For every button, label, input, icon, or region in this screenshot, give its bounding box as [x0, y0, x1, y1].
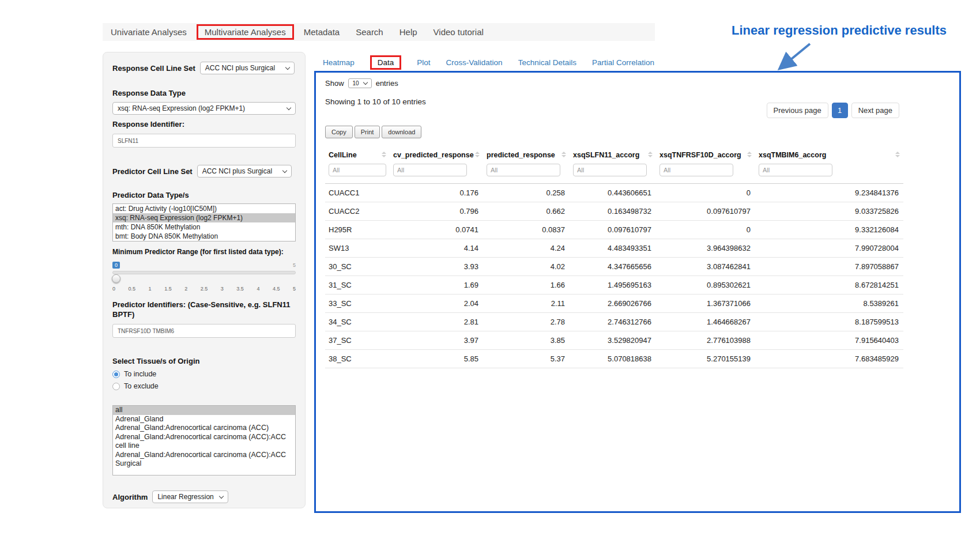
filter-input-xsqtmbim6-accorg[interactable]	[759, 164, 832, 176]
table-header-row: CellLinecv_predicted_responsepredicted_r…	[325, 146, 903, 163]
algorithm-label: Algorithm	[112, 492, 148, 502]
sort-icon[interactable]	[648, 152, 653, 157]
results-panel: Show 10 entries Showing 1 to 10 of 10 en…	[314, 71, 961, 513]
table-row[interactable]: H295R0.07410.08370.09761079709.332126084	[325, 221, 903, 239]
min-predictor-range-slider[interactable]: 0 5 00.511.522.533.544.55	[112, 262, 296, 294]
tab-heatmap[interactable]: Heatmap	[323, 56, 355, 69]
tab-plot[interactable]: Plot	[417, 56, 430, 69]
column-header-xsqtnfrsf10d-accorg[interactable]: xsqTNFRSF10D_accorg	[656, 146, 755, 163]
tab-data[interactable]: Data	[370, 55, 402, 70]
filter-input-predicted-response[interactable]	[487, 164, 560, 176]
sort-asc-icon	[895, 152, 900, 154]
listbox-option-adrenal-gland-adrenocortical-carcinoma-acc-acc-cell-line[interactable]: Adrenal_Gland:Adrenocortical carcinoma (…	[113, 433, 295, 451]
table-row[interactable]: 31_SC1.691.661.4956951630.8953026218.672…	[325, 276, 903, 295]
sort-desc-icon	[648, 155, 653, 157]
cell-xsqslfn11-accorg: 4.483493351	[570, 239, 656, 258]
nav-item-search[interactable]: Search	[348, 24, 391, 40]
cell-cellline: SW13	[325, 239, 390, 258]
cell-cellline: 33_SC	[325, 295, 390, 313]
slider-track[interactable]	[112, 271, 296, 274]
column-header-xsqslfn11-accorg[interactable]: xsqSLFN11_accorg	[570, 146, 656, 163]
cell-cv-predicted-response: 0.796	[390, 202, 483, 221]
slider-tick-label: 5	[293, 286, 296, 292]
sort-icon[interactable]	[475, 152, 480, 157]
sort-icon[interactable]	[895, 152, 900, 157]
nav-item-univariate-analyses[interactable]: Univariate Analyses	[103, 24, 195, 40]
listbox-option-adrenal-gland-adrenocortical-carcinoma-acc-acc-surgical[interactable]: Adrenal_Gland:Adrenocortical carcinoma (…	[113, 451, 295, 469]
filter-input-xsqslfn11-accorg[interactable]	[573, 164, 647, 176]
column-header-predicted-response[interactable]: predicted_response	[483, 146, 570, 163]
previous-page-button[interactable]: Previous page	[767, 103, 828, 118]
sort-desc-icon	[382, 155, 386, 157]
chevron-down-icon	[287, 105, 291, 110]
tissue-exclude-radio[interactable]: To exclude	[112, 382, 296, 390]
tissue-include-radio[interactable]: To include	[112, 370, 296, 378]
nav-item-video-tutorial[interactable]: Video tutorial	[425, 24, 492, 40]
next-page-button[interactable]: Next page	[851, 103, 899, 118]
nav-item-metadata[interactable]: Metadata	[296, 24, 348, 40]
filter-input-xsqtnfrsf10d-accorg[interactable]	[659, 164, 733, 176]
response-cell-line-set-select[interactable]: ACC NCI plus Surgical	[200, 62, 295, 74]
table-head: CellLinecv_predicted_responsepredicted_r…	[325, 146, 903, 184]
column-header-label: cv_predicted_response	[393, 151, 474, 159]
listbox-option-bmt-body-dna-850k-methylation[interactable]: bmt: Body DNA 850K Methylation	[113, 232, 295, 241]
tab-cross-validation[interactable]: Cross-Validation	[446, 56, 503, 69]
table-row[interactable]: SW134.144.244.4834933513.9643986327.9907…	[325, 239, 903, 258]
tab-technical-details[interactable]: Technical Details	[518, 56, 576, 69]
table-body: CUACC10.1760.2580.44360665109.234841376C…	[325, 184, 903, 368]
cell-predicted-response: 0.662	[483, 202, 570, 221]
slider-handle[interactable]	[112, 274, 120, 283]
tab-partial-correlation[interactable]: Partial Correlation	[592, 56, 654, 69]
table-row[interactable]: 37_SC3.973.853.5298209472.7761039887.915…	[325, 331, 903, 350]
tissue-listbox[interactable]: allAdrenal_GlandAdrenal_Gland:Adrenocort…	[112, 405, 296, 475]
table-row[interactable]: 38_SC5.855.375.0708186385.2701551397.683…	[325, 350, 903, 368]
predictor-data-type-listbox[interactable]: act: Drug Activity (-log10[IC50M])xsq: R…	[112, 203, 296, 241]
print-button[interactable]: Print	[355, 126, 380, 138]
column-header-cellline[interactable]: CellLine	[325, 146, 390, 163]
response-data-type-select[interactable]: xsq: RNA-seq Expression (log2 FPKM+1)	[112, 102, 296, 115]
response-cell-line-set-label: Response Cell Line Set	[112, 63, 195, 73]
sort-icon[interactable]	[747, 152, 752, 157]
sort-icon[interactable]	[561, 152, 566, 157]
column-header-cv-predicted-response[interactable]: cv_predicted_response	[390, 146, 483, 163]
filter-cell-xsqslfn11-accorg	[570, 163, 656, 184]
chevron-down-icon	[363, 80, 367, 85]
table-row[interactable]: CUACC10.1760.2580.44360665109.234841376	[325, 184, 903, 202]
column-header-label: xsqTMBIM6_accorg	[759, 151, 826, 159]
predictor-cell-line-set-select[interactable]: ACC NCI plus Surgical	[197, 165, 292, 178]
sort-icon[interactable]	[382, 152, 386, 157]
column-header-xsqtmbim6-accorg[interactable]: xsqTMBIM6_accorg	[755, 146, 903, 163]
filter-input-cellline[interactable]	[329, 164, 386, 176]
cell-predicted-response: 5.37	[483, 350, 570, 368]
cell-cellline: CUACC1	[325, 184, 390, 202]
copy-button[interactable]: Copy	[325, 126, 353, 138]
nav-item-help[interactable]: Help	[391, 24, 425, 40]
listbox-option-adrenal-gland[interactable]: Adrenal_Gland	[113, 415, 295, 424]
table-row[interactable]: 30_SC3.934.024.3476656563.0874628417.897…	[325, 258, 903, 276]
predictor-cell-line-set-label: Predictor Cell Line Set	[112, 167, 193, 176]
table-row[interactable]: CUACC20.7960.6620.1634987320.0976107979.…	[325, 202, 903, 221]
listbox-option-adrenal-gland-adrenocortical-carcinoma-acc[interactable]: Adrenal_Gland:Adrenocortical carcinoma (…	[113, 424, 295, 433]
predictor-identifiers-input[interactable]	[112, 324, 296, 338]
page-1-button[interactable]: 1	[832, 103, 848, 118]
entries-select-value: 10	[353, 80, 359, 86]
cell-xsqtmbim6-accorg: 8.672814251	[755, 276, 903, 295]
slider-tick-label: 3	[221, 286, 224, 292]
cell-xsqtmbim6-accorg: 7.683485929	[755, 350, 903, 368]
listbox-option-xsq-rna-seq-expression-log2-fpkm-1[interactable]: xsq: RNA-seq Expression (log2 FPKM+1)	[113, 213, 295, 222]
entries-select[interactable]: 10	[348, 78, 372, 88]
nav-item-multivariate-analyses[interactable]: Multivariate Analyses	[197, 24, 294, 40]
table-row[interactable]: 33_SC2.042.112.6690267661.3673710668.538…	[325, 295, 903, 313]
algorithm-select[interactable]: Linear Regression	[152, 490, 228, 503]
download-button[interactable]: download	[382, 126, 421, 138]
listbox-option-all[interactable]: all	[113, 406, 295, 415]
cell-xsqslfn11-accorg: 4.347665656	[570, 258, 656, 276]
sort-desc-icon	[747, 155, 752, 157]
listbox-option-mth-dna-850k-methylation[interactable]: mth: DNA 850K Methylation	[113, 222, 295, 232]
slider-tick-label: 2	[184, 286, 187, 292]
listbox-option-act-drug-activity-log10-ic50m[interactable]: act: Drug Activity (-log10[IC50M])	[113, 204, 295, 213]
slider-max-label: 5	[293, 262, 296, 268]
response-identifier-input[interactable]	[112, 134, 296, 148]
filter-input-cv-predicted-response[interactable]	[393, 164, 467, 176]
table-row[interactable]: 34_SC2.812.782.7463127661.4646682678.187…	[325, 313, 903, 331]
